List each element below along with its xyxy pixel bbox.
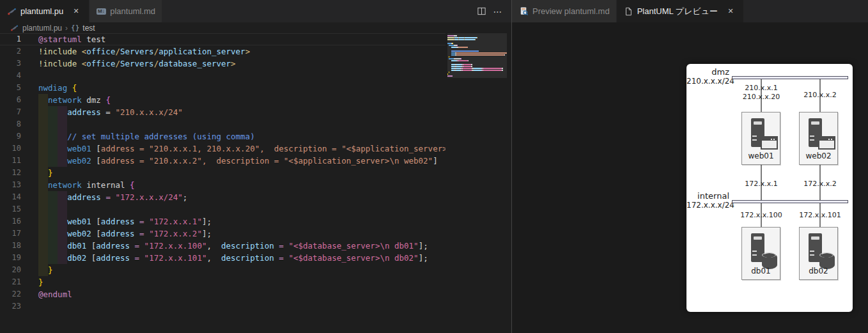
vscode-window: plantuml.pu ✕ M↓ plantuml.md ⋯ plantuml.… xyxy=(0,0,868,333)
breadcrumb: plantuml.pu › {} test xyxy=(0,22,511,33)
code-line[interactable]: 15 xyxy=(0,203,446,215)
code-line[interactable]: 3!include <office/Servers/database_serve… xyxy=(0,58,446,70)
node-web01: web01 xyxy=(741,112,780,165)
code-text: db02 [address = "172.x.x.101", descripti… xyxy=(38,252,428,264)
code-line[interactable]: 1@startuml test xyxy=(0,33,446,45)
code-text: web02 [address = "172.x.x.2"]; xyxy=(38,228,212,240)
code-line[interactable]: 5nwdiag { xyxy=(0,82,446,94)
code-line[interactable]: 2!include <office/Servers/application_se… xyxy=(0,45,446,58)
code-text: } xyxy=(38,276,43,288)
close-icon[interactable]: ✕ xyxy=(724,5,737,18)
code-line[interactable]: 17 web02 [address = "172.x.x.2"]; xyxy=(0,228,446,240)
application-icon xyxy=(761,136,778,150)
code-line[interactable]: 18 db01 [address = "172.x.x.100", descri… xyxy=(0,240,446,252)
tab-label: plantuml.pu xyxy=(20,6,63,16)
plantuml-file-icon xyxy=(10,24,19,33)
node-web02: web02 xyxy=(799,112,838,165)
minimap[interactable] xyxy=(447,33,507,333)
line-number: 7 xyxy=(0,106,21,118)
code-text: @startuml test xyxy=(38,33,105,45)
code-text: web02 [address = "210.x.x.2", descriptio… xyxy=(38,155,438,167)
close-icon[interactable]: ✕ xyxy=(70,5,82,18)
symbol-namespace-icon: {} xyxy=(71,24,79,32)
line-number: 6 xyxy=(0,94,21,106)
line-number: 11 xyxy=(0,155,21,167)
code-line[interactable]: 23 xyxy=(0,300,446,313)
code-line[interactable]: 19 db02 [address = "172.x.x.101", descri… xyxy=(0,252,446,264)
node-label: db02 xyxy=(800,267,837,275)
line-number: 18 xyxy=(0,240,21,252)
line-number: 10 xyxy=(0,143,21,155)
node-label: web01 xyxy=(742,151,780,160)
network-cidr-internal: 172.x.x.x/24 xyxy=(686,201,729,210)
addr-web02-dmz: 210.x.x.2 xyxy=(791,91,849,100)
code-line[interactable]: 7 address = "210.x.x.x/24" xyxy=(0,106,446,118)
left-tab-bar: plantuml.pu ✕ M↓ plantuml.md ⋯ xyxy=(0,0,511,22)
line-number: 20 xyxy=(0,264,21,276)
code-text: } xyxy=(38,167,53,179)
code-line[interactable]: 9 // set multiple addresses (using comma… xyxy=(0,130,446,143)
code-text: @enduml xyxy=(38,288,72,300)
code-text: network internal { xyxy=(38,179,135,191)
tab-plantuml-preview[interactable]: PlantUML プレビュー ✕ xyxy=(617,0,744,22)
code-line[interactable]: 13 network internal { xyxy=(0,179,446,191)
addr-web01-internal: 172.x.x.1 xyxy=(732,180,790,189)
code-line[interactable]: 14 address = "172.x.x.x/24"; xyxy=(0,191,446,203)
addr-web01-dmz: 210.x.x.1 210.x.x.20 xyxy=(732,84,790,102)
code-line[interactable]: 21} xyxy=(0,276,446,288)
split-editor-icon[interactable] xyxy=(473,3,490,20)
file-icon xyxy=(623,6,633,17)
right-tab-bar: Preview plantuml.md PlantUML プレビュー ✕ xyxy=(512,0,868,22)
plantuml-preview-pane[interactable]: dmz 210.x.x.x/24 internal 172.x.x.x/24 2… xyxy=(512,22,868,333)
indent-guide-band xyxy=(38,203,48,215)
breadcrumb-symbol[interactable]: test xyxy=(82,24,95,33)
line-number: 4 xyxy=(0,70,21,82)
right-editor-group: Preview plantuml.md PlantUML プレビュー ✕ dmz… xyxy=(511,0,868,333)
code-text: nwdiag { xyxy=(38,82,77,94)
line-number: 9 xyxy=(0,130,21,143)
code-line[interactable]: 6 network dmz { xyxy=(0,94,446,106)
code-line[interactable]: 8 xyxy=(0,118,446,130)
network-cidr-dmz: 210.x.x.x/24 xyxy=(686,77,729,86)
more-actions-icon[interactable]: ⋯ xyxy=(490,3,506,20)
line-number: 5 xyxy=(0,82,21,94)
indent-guide-band xyxy=(38,118,48,130)
node-db01: db01 xyxy=(741,227,780,280)
code-editor[interactable]: 1@startuml test2!include <office/Servers… xyxy=(0,33,511,333)
line-number: 3 xyxy=(0,58,21,70)
line-number: 22 xyxy=(0,288,21,300)
line-number: 8 xyxy=(0,118,21,130)
chevron-right-icon: › xyxy=(65,24,68,33)
code-line[interactable]: 12 } xyxy=(0,167,446,179)
minimap-content xyxy=(447,35,507,79)
indent-guide-band xyxy=(48,118,58,130)
code-line[interactable]: 20 } xyxy=(0,264,446,276)
code-line[interactable]: 16 web01 [address = "172.x.x.1"]; xyxy=(0,215,446,228)
line-number: 2 xyxy=(0,45,21,58)
markdown-file-icon: M↓ xyxy=(96,6,106,17)
markdown-preview-icon xyxy=(518,6,529,17)
breadcrumb-file[interactable]: plantuml.pu xyxy=(22,24,62,33)
code-text: web01 [address = "210.x.x.1, 210.x.x.20"… xyxy=(38,143,446,155)
indent-guide-band xyxy=(58,118,67,130)
network-name-dmz: dmz xyxy=(686,67,729,77)
code-line[interactable]: 22@enduml xyxy=(0,288,446,300)
code-line[interactable]: 4 xyxy=(0,70,446,82)
code-text: db01 [address = "172.x.x.100", descripti… xyxy=(38,240,428,252)
line-number: 1 xyxy=(0,33,21,45)
tab-preview-plantuml-md[interactable]: Preview plantuml.md xyxy=(512,0,617,22)
tab-plantuml-md[interactable]: M↓ plantuml.md xyxy=(89,0,162,22)
addr-db02: 172.x.x.101 xyxy=(791,211,849,220)
node-label: db01 xyxy=(742,267,780,275)
tab-plantuml-pu[interactable]: plantuml.pu ✕ xyxy=(0,0,89,22)
network-bar-internal xyxy=(732,200,848,203)
code-text: web01 [address = "172.x.x.1"]; xyxy=(38,215,212,228)
addr-web02-internal: 172.x.x.2 xyxy=(791,180,849,189)
code-text: // set multiple addresses (using comma) xyxy=(38,130,255,143)
editor-actions: ⋯ xyxy=(473,0,511,22)
code-line[interactable]: 10 web01 [address = "210.x.x.1, 210.x.x.… xyxy=(0,143,446,155)
code-line[interactable]: 11 web02 [address = "210.x.x.2", descrip… xyxy=(0,155,446,167)
code-text: !include <office/Servers/application_ser… xyxy=(38,45,250,58)
nwdiag-diagram: dmz 210.x.x.x/24 internal 172.x.x.x/24 2… xyxy=(686,64,853,312)
line-number: 12 xyxy=(0,167,21,179)
